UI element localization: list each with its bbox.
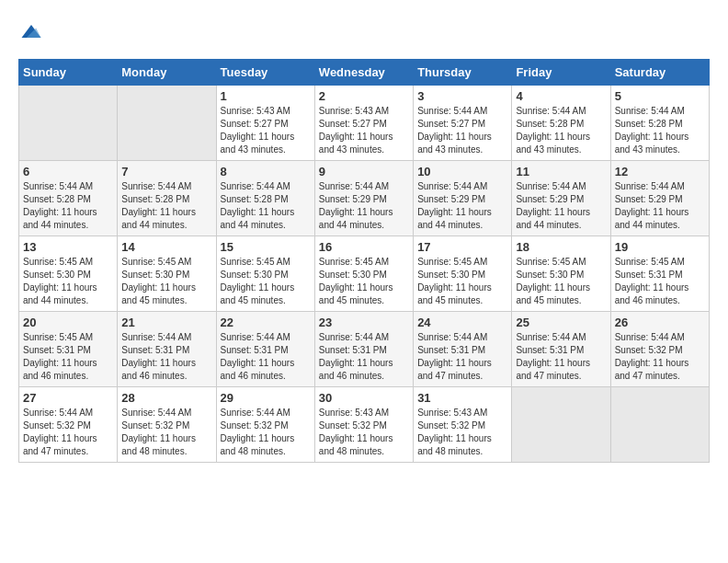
day-info: Sunrise: 5:44 AMSunset: 5:31 PMDaylight:… bbox=[417, 331, 507, 383]
calendar-cell bbox=[118, 86, 216, 161]
day-info: Sunrise: 5:43 AMSunset: 5:32 PMDaylight:… bbox=[319, 407, 409, 458]
calendar-cell: 6Sunrise: 5:44 AMSunset: 5:28 PMDaylight… bbox=[19, 161, 118, 236]
day-info: Sunrise: 5:43 AMSunset: 5:32 PMDaylight:… bbox=[417, 407, 507, 458]
calendar-cell: 22Sunrise: 5:44 AMSunset: 5:31 PMDayligh… bbox=[216, 312, 314, 387]
day-number: 25 bbox=[516, 316, 606, 329]
day-number: 16 bbox=[319, 240, 409, 254]
day-info: Sunrise: 5:44 AMSunset: 5:28 PMDaylight:… bbox=[23, 180, 113, 232]
calendar-cell: 29Sunrise: 5:44 AMSunset: 5:32 PMDayligh… bbox=[216, 387, 314, 463]
day-number: 21 bbox=[121, 316, 211, 329]
day-info: Sunrise: 5:45 AMSunset: 5:30 PMDaylight:… bbox=[417, 256, 507, 307]
calendar-cell: 7Sunrise: 5:44 AMSunset: 5:28 PMDaylight… bbox=[118, 161, 216, 236]
day-number: 2 bbox=[319, 89, 409, 103]
day-info: Sunrise: 5:44 AMSunset: 5:28 PMDaylight:… bbox=[615, 105, 705, 156]
day-info: Sunrise: 5:44 AMSunset: 5:29 PMDaylight:… bbox=[319, 180, 409, 232]
day-info: Sunrise: 5:45 AMSunset: 5:31 PMDaylight:… bbox=[23, 331, 113, 383]
day-number: 14 bbox=[121, 240, 211, 254]
column-header-sunday: Sunday bbox=[19, 60, 118, 86]
calendar-cell: 31Sunrise: 5:43 AMSunset: 5:32 PMDayligh… bbox=[414, 387, 512, 463]
day-number: 23 bbox=[319, 316, 409, 329]
day-number: 28 bbox=[121, 391, 211, 405]
calendar-cell: 8Sunrise: 5:44 AMSunset: 5:28 PMDaylight… bbox=[216, 161, 314, 236]
calendar-cell: 28Sunrise: 5:44 AMSunset: 5:32 PMDayligh… bbox=[118, 387, 216, 463]
day-number: 24 bbox=[417, 316, 507, 329]
calendar-week-row: 27Sunrise: 5:44 AMSunset: 5:32 PMDayligh… bbox=[19, 387, 710, 463]
calendar-header-row: SundayMondayTuesdayWednesdayThursdayFrid… bbox=[19, 60, 710, 86]
day-number: 20 bbox=[23, 316, 113, 329]
calendar-cell: 20Sunrise: 5:45 AMSunset: 5:31 PMDayligh… bbox=[19, 312, 118, 387]
calendar-cell: 25Sunrise: 5:44 AMSunset: 5:31 PMDayligh… bbox=[512, 312, 610, 387]
day-number: 12 bbox=[615, 165, 705, 178]
calendar-cell: 15Sunrise: 5:45 AMSunset: 5:30 PMDayligh… bbox=[216, 236, 314, 312]
day-number: 3 bbox=[417, 89, 507, 103]
day-info: Sunrise: 5:44 AMSunset: 5:32 PMDaylight:… bbox=[615, 331, 705, 383]
day-info: Sunrise: 5:44 AMSunset: 5:29 PMDaylight:… bbox=[516, 180, 606, 232]
day-number: 31 bbox=[417, 391, 507, 405]
day-number: 4 bbox=[516, 89, 606, 103]
day-number: 5 bbox=[615, 89, 705, 103]
day-number: 17 bbox=[417, 240, 507, 254]
day-info: Sunrise: 5:45 AMSunset: 5:30 PMDaylight:… bbox=[221, 256, 311, 307]
day-number: 8 bbox=[221, 165, 311, 178]
day-number: 22 bbox=[221, 316, 311, 329]
calendar-cell: 10Sunrise: 5:44 AMSunset: 5:29 PMDayligh… bbox=[414, 161, 512, 236]
calendar-cell: 13Sunrise: 5:45 AMSunset: 5:30 PMDayligh… bbox=[19, 236, 118, 312]
day-info: Sunrise: 5:45 AMSunset: 5:30 PMDaylight:… bbox=[23, 256, 113, 307]
page-header bbox=[18, 18, 710, 44]
calendar-week-row: 1Sunrise: 5:43 AMSunset: 5:27 PMDaylight… bbox=[19, 86, 710, 161]
column-header-friday: Friday bbox=[512, 60, 610, 86]
day-info: Sunrise: 5:44 AMSunset: 5:32 PMDaylight:… bbox=[23, 407, 113, 458]
calendar-week-row: 6Sunrise: 5:44 AMSunset: 5:28 PMDaylight… bbox=[19, 161, 710, 236]
calendar-week-row: 20Sunrise: 5:45 AMSunset: 5:31 PMDayligh… bbox=[19, 312, 710, 387]
day-info: Sunrise: 5:44 AMSunset: 5:32 PMDaylight:… bbox=[121, 407, 211, 458]
column-header-thursday: Thursday bbox=[414, 60, 512, 86]
day-number: 6 bbox=[23, 165, 113, 178]
day-info: Sunrise: 5:44 AMSunset: 5:27 PMDaylight:… bbox=[417, 105, 507, 156]
calendar-cell: 3Sunrise: 5:44 AMSunset: 5:27 PMDaylight… bbox=[414, 86, 512, 161]
day-info: Sunrise: 5:45 AMSunset: 5:31 PMDaylight:… bbox=[615, 256, 705, 307]
calendar-cell: 1Sunrise: 5:43 AMSunset: 5:27 PMDaylight… bbox=[216, 86, 314, 161]
calendar-cell: 4Sunrise: 5:44 AMSunset: 5:28 PMDaylight… bbox=[512, 86, 610, 161]
day-info: Sunrise: 5:44 AMSunset: 5:28 PMDaylight:… bbox=[516, 105, 606, 156]
calendar-cell: 19Sunrise: 5:45 AMSunset: 5:31 PMDayligh… bbox=[610, 236, 709, 312]
logo bbox=[18, 18, 48, 44]
calendar-cell: 5Sunrise: 5:44 AMSunset: 5:28 PMDaylight… bbox=[610, 86, 709, 161]
calendar-cell: 17Sunrise: 5:45 AMSunset: 5:30 PMDayligh… bbox=[414, 236, 512, 312]
calendar-cell: 30Sunrise: 5:43 AMSunset: 5:32 PMDayligh… bbox=[314, 387, 413, 463]
day-number: 9 bbox=[319, 165, 409, 178]
day-number: 29 bbox=[221, 391, 311, 405]
column-header-wednesday: Wednesday bbox=[314, 60, 413, 86]
day-number: 18 bbox=[516, 240, 606, 254]
day-number: 26 bbox=[615, 316, 705, 329]
day-info: Sunrise: 5:44 AMSunset: 5:31 PMDaylight:… bbox=[221, 331, 311, 383]
calendar-week-row: 13Sunrise: 5:45 AMSunset: 5:30 PMDayligh… bbox=[19, 236, 710, 312]
calendar-cell: 23Sunrise: 5:44 AMSunset: 5:31 PMDayligh… bbox=[314, 312, 413, 387]
day-info: Sunrise: 5:44 AMSunset: 5:29 PMDaylight:… bbox=[417, 180, 507, 232]
day-info: Sunrise: 5:43 AMSunset: 5:27 PMDaylight:… bbox=[221, 105, 311, 156]
day-number: 15 bbox=[221, 240, 311, 254]
calendar-table: SundayMondayTuesdayWednesdayThursdayFrid… bbox=[18, 59, 710, 463]
calendar-cell: 18Sunrise: 5:45 AMSunset: 5:30 PMDayligh… bbox=[512, 236, 610, 312]
day-info: Sunrise: 5:44 AMSunset: 5:31 PMDaylight:… bbox=[121, 331, 211, 383]
calendar-cell: 26Sunrise: 5:44 AMSunset: 5:32 PMDayligh… bbox=[610, 312, 709, 387]
day-number: 27 bbox=[23, 391, 113, 405]
day-info: Sunrise: 5:44 AMSunset: 5:28 PMDaylight:… bbox=[221, 180, 311, 232]
day-number: 19 bbox=[615, 240, 705, 254]
calendar-cell: 12Sunrise: 5:44 AMSunset: 5:29 PMDayligh… bbox=[610, 161, 709, 236]
day-number: 7 bbox=[121, 165, 211, 178]
day-info: Sunrise: 5:44 AMSunset: 5:28 PMDaylight:… bbox=[121, 180, 211, 232]
day-info: Sunrise: 5:43 AMSunset: 5:27 PMDaylight:… bbox=[319, 105, 409, 156]
day-info: Sunrise: 5:44 AMSunset: 5:32 PMDaylight:… bbox=[221, 407, 311, 458]
calendar-cell: 16Sunrise: 5:45 AMSunset: 5:30 PMDayligh… bbox=[314, 236, 413, 312]
column-header-monday: Monday bbox=[118, 60, 216, 86]
calendar-cell bbox=[610, 387, 709, 463]
day-info: Sunrise: 5:44 AMSunset: 5:29 PMDaylight:… bbox=[615, 180, 705, 232]
day-info: Sunrise: 5:44 AMSunset: 5:31 PMDaylight:… bbox=[516, 331, 606, 383]
day-number: 10 bbox=[417, 165, 507, 178]
day-info: Sunrise: 5:45 AMSunset: 5:30 PMDaylight:… bbox=[121, 256, 211, 307]
calendar-cell: 9Sunrise: 5:44 AMSunset: 5:29 PMDaylight… bbox=[314, 161, 413, 236]
day-info: Sunrise: 5:45 AMSunset: 5:30 PMDaylight:… bbox=[319, 256, 409, 307]
column-header-tuesday: Tuesday bbox=[216, 60, 314, 86]
calendar-cell: 27Sunrise: 5:44 AMSunset: 5:32 PMDayligh… bbox=[19, 387, 118, 463]
day-number: 1 bbox=[221, 89, 311, 103]
